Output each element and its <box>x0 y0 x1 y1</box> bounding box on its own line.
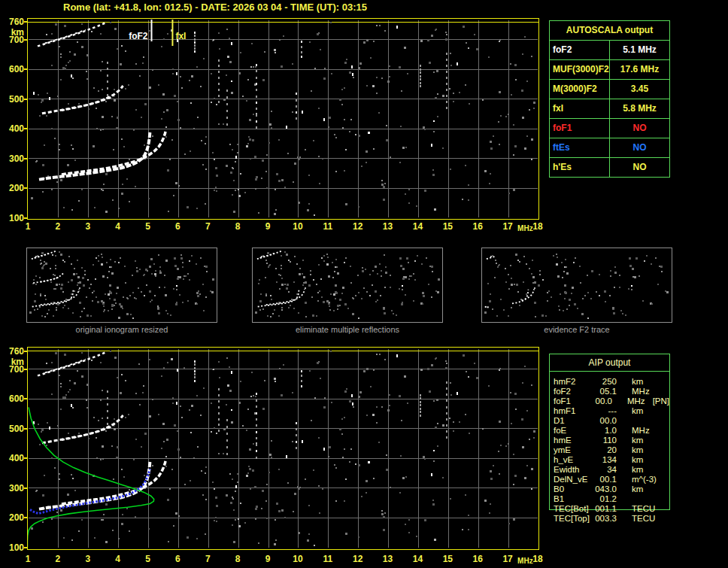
aip-row-B0: B0043.0km <box>554 484 669 494</box>
ionogram-plot-top: foF2fxI <box>27 18 539 220</box>
x-tick-bottom-1: 1 <box>19 554 37 563</box>
x-tick-top-17: 17 <box>499 222 517 231</box>
x-tick-top-9: 9 <box>259 222 277 231</box>
y-tick-top-700: 700 <box>2 35 24 45</box>
x-tick-bottom-7: 7 <box>199 554 217 563</box>
y-tickmark-top-600 <box>24 68 27 70</box>
aip-row-hmF2: hmF2250km <box>554 377 669 387</box>
aip-row-foE: foE1.0MHz <box>554 426 669 436</box>
aip-label-D1: D1 <box>554 416 593 426</box>
autoscala-value-h'Es: NO <box>610 158 669 177</box>
x-tick-top-16: 16 <box>469 222 487 231</box>
aip-unit-DelN_vE: m^(-3) <box>632 475 657 484</box>
y-tickmark-bottom-100 <box>24 547 27 548</box>
aip-rows: hmF2250kmfoF205.1MHzfoF100.0MHz[PN]hmF1-… <box>550 372 669 524</box>
autoscala-title: AUTOSCALA output <box>550 21 669 41</box>
y-tick-top-760: 760 <box>2 17 24 27</box>
aip-label-DelN_vE: DelN_vE <box>554 475 593 484</box>
y-tickmark-bottom-400 <box>24 457 27 459</box>
aip-value-hmE: 110 <box>593 436 617 445</box>
y-tickmark-top-100 <box>24 217 27 219</box>
aip-value-foE: 1.0 <box>593 426 617 436</box>
marker-label-foF2: foF2 <box>129 31 148 41</box>
aip-row-DelN_vE: DelN_vE00.1m^(-3) <box>554 475 669 484</box>
aip-value-DelN_vE: 00.1 <box>593 475 617 484</box>
autoscala-row-ftEs: ftEsNO <box>550 138 669 158</box>
thumbnail-evidence-f2 <box>481 248 672 323</box>
aip-label-foE: foE <box>554 426 593 436</box>
x-tick-top-14: 14 <box>408 222 426 231</box>
x-tick-bottom-5: 5 <box>139 554 157 563</box>
aip-panel: AIP output hmF2250kmfoF205.1MHzfoF100.0M… <box>549 354 670 510</box>
x-tick-bottom-2: 2 <box>49 554 67 563</box>
aip-label-hmF1: hmF1 <box>554 406 593 416</box>
screen: Rome (lat: +41.8, lon: 012.5) - DATE: 20… <box>0 0 728 568</box>
autoscala-value-fxI: 5.8 MHz <box>610 99 669 118</box>
aip-value-D1: 00.0 <box>593 416 617 426</box>
x-tick-bottom-11: 11 <box>319 554 337 563</box>
x-tick-bottom-17: 17 <box>499 554 517 563</box>
x-tick-bottom-12: 12 <box>349 554 367 563</box>
aip-unit-hmE: km <box>632 436 643 445</box>
autoscala-label-foF2: foF2 <box>550 41 610 59</box>
thumbnail-evidence-canvas <box>482 248 672 322</box>
aip-unit-TEC[Bot]: TECU <box>632 504 655 514</box>
y-tick-top-300: 300 <box>2 153 24 164</box>
autoscala-value-MUF(3000)F2: 17.6 MHz <box>610 60 669 79</box>
y-tickmark-top-500 <box>24 99 27 100</box>
aip-label-foF1: foF1 <box>554 396 590 406</box>
autoscala-label-ftEs: ftEs <box>550 138 610 157</box>
aip-label-hmE: hmE <box>554 436 593 445</box>
aip-label-hmF2: hmF2 <box>554 377 593 387</box>
y-tickmark-bottom-760 <box>24 351 27 352</box>
x-tick-top-7: 7 <box>199 222 217 231</box>
y-tick-bottom-500: 500 <box>2 424 24 434</box>
x-tick-bottom-15: 15 <box>438 554 457 563</box>
thumbnail-eliminate-multiples <box>252 248 443 323</box>
y-tickmark-top-760 <box>24 21 27 23</box>
aip-value-foF2: 05.1 <box>593 387 617 396</box>
aip-label-Ewidth: Ewidth <box>554 465 593 475</box>
x-tick-top-11: 11 <box>319 222 337 231</box>
aip-value-Ewidth: 34 <box>593 465 617 475</box>
x-tick-top-1: 1 <box>19 222 37 231</box>
thumbnail-eliminate-canvas <box>253 248 442 322</box>
x-tick-bottom-3: 3 <box>79 554 97 563</box>
aip-row-hmE: hmE110km <box>554 436 669 445</box>
aip-extra-foF1: [PN] <box>653 396 669 406</box>
ionogram-bottom-canvas <box>28 348 538 549</box>
aip-row-h_vE: h_vE134km <box>554 455 669 465</box>
aip-label-foF2: foF2 <box>554 387 593 396</box>
aip-label-ymE: ymE <box>554 445 593 455</box>
thumbnail-original-canvas <box>27 248 217 322</box>
y-tick-bottom-700: 700 <box>2 364 24 375</box>
aip-row-Ewidth: Ewidth34km <box>554 465 669 475</box>
x-tick-bottom-13: 13 <box>379 554 397 563</box>
aip-label-TEC[Bot]: TEC[Bot] <box>554 504 593 514</box>
y-tickmark-bottom-600 <box>24 398 27 399</box>
autoscala-row-MUF(3000)F2: MUF(3000)F217.6 MHz <box>550 60 669 80</box>
y-tick-bottom-600: 600 <box>2 393 24 404</box>
aip-unit-hmF2: km <box>632 377 643 387</box>
x-tick-bottom-8: 8 <box>229 554 247 563</box>
y-tickmark-bottom-700 <box>24 369 27 370</box>
y-tick-bottom-200: 200 <box>2 512 24 523</box>
autoscala-value-ftEs: NO <box>610 138 669 157</box>
aip-row-hmF1: hmF1---km <box>554 406 669 416</box>
x-tick-top-10: 10 <box>289 222 307 231</box>
aip-row-ymE: ymE20km <box>554 445 669 455</box>
x-tick-top-15: 15 <box>438 222 457 231</box>
autoscala-row-fxI: fxI5.8 MHz <box>550 99 669 119</box>
autoscala-panel: AUTOSCALA output foF25.1 MHzMUF(3000)F21… <box>549 20 670 178</box>
y-tick-bottom-760: 760 <box>2 346 24 357</box>
x-tick-top-3: 3 <box>79 222 97 231</box>
aip-unit-B0: km <box>632 484 643 494</box>
aip-unit-TEC[Top]: TECU <box>632 514 655 524</box>
autoscala-value-foF2: 5.1 MHz <box>610 41 669 59</box>
x-tick-bottom-16: 16 <box>469 554 487 563</box>
y-tickmark-top-700 <box>24 39 27 41</box>
y-tick-top-400: 400 <box>2 123 24 134</box>
y-tick-bottom-300: 300 <box>2 483 24 494</box>
aip-row-foF1: foF100.0MHz[PN] <box>554 396 669 406</box>
ionogram-top-canvas: foF2fxI <box>28 19 538 219</box>
